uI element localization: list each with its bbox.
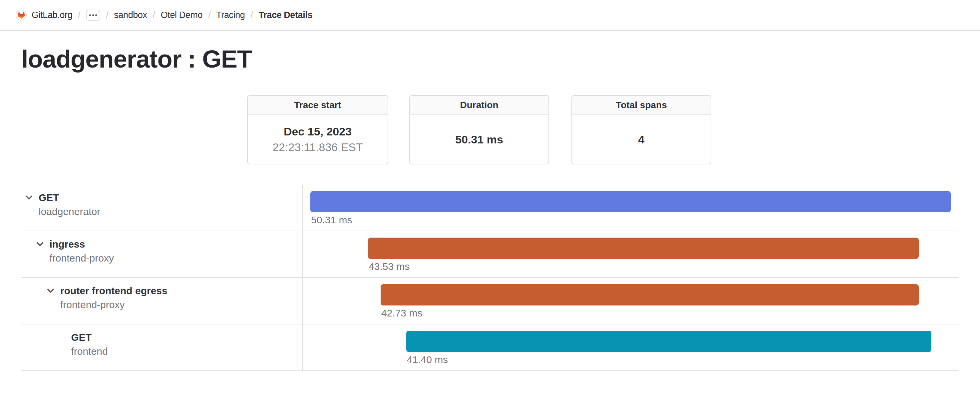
breadcrumb-separator: /	[147, 10, 161, 21]
span-duration-label: 42.73 ms	[381, 308, 422, 318]
span-service: frontend	[71, 344, 302, 359]
span-label-line: ingress	[35, 237, 302, 251]
span-row: router frontend egress frontend-proxy 42…	[21, 278, 959, 324]
span-lane: 50.31 ms	[302, 185, 959, 231]
trace-start-date: Dec 15, 2023	[284, 124, 352, 140]
duration-card-body: 50.31 ms	[410, 115, 549, 164]
breadcrumb-separator: /	[245, 10, 258, 21]
span-service: frontend-proxy	[49, 251, 302, 265]
ellipsis-dot	[92, 14, 94, 16]
span-duration-bar[interactable]	[406, 331, 931, 352]
trace-summary-cards: Trace start Dec 15, 2023 22:23:11.836 ES…	[21, 95, 959, 164]
span-duration-bar[interactable]	[380, 284, 919, 306]
trace-start-card-header: Trace start	[248, 96, 388, 115]
breadcrumb-item-otel-demo[interactable]: Otel Demo	[161, 10, 202, 21]
breadcrumb-separator: /	[100, 10, 114, 21]
duration-card: Duration 50.31 ms	[409, 95, 549, 164]
span-service: loadgenerator	[39, 205, 302, 219]
chevron-down-glyph	[45, 286, 56, 296]
span-name: ingress	[49, 239, 85, 250]
chevron-down-icon[interactable]	[35, 239, 45, 249]
span-label[interactable]: GET frontend	[21, 324, 302, 370]
total-spans-card-body: 4	[572, 115, 711, 164]
span-label-line: router frontend egress	[45, 284, 302, 298]
trace-start-time: 22:23:11.836 EST	[272, 140, 363, 155]
span-duration-label: 50.31 ms	[311, 215, 352, 225]
trace-waterfall-chart: GET loadgenerator 50.31 ms ingress front…	[21, 185, 959, 371]
duration-value: 50.31 ms	[455, 132, 503, 148]
total-spans-value: 4	[638, 132, 645, 148]
span-name: router frontend egress	[60, 285, 167, 297]
breadcrumb-item-gitlab-org[interactable]: GitLab.org	[32, 10, 72, 21]
trace-start-card: Trace start Dec 15, 2023 22:23:11.836 ES…	[247, 95, 388, 164]
ellipsis-dot	[95, 14, 97, 16]
breadcrumb-separator: /	[72, 10, 86, 21]
breadcrumb: GitLab.org / / sandbox / Otel Demo / Tra…	[32, 10, 312, 21]
span-duration-bar[interactable]	[368, 238, 919, 259]
span-duration-bar[interactable]	[310, 191, 951, 212]
gitlab-tanuki-icon	[18, 12, 25, 19]
top-navbar: GitLab.org / / sandbox / Otel Demo / Tra…	[0, 0, 980, 31]
span-name: GET	[39, 192, 59, 203]
main-content: loadgenerator : GET Trace start Dec 15, …	[0, 44, 980, 371]
chevron-down-glyph	[35, 239, 45, 249]
span-row: GET frontend 41.40 ms	[21, 324, 959, 371]
chevron-down-icon[interactable]	[24, 192, 34, 203]
ellipsis-dot	[89, 14, 91, 16]
trace-start-card-body: Dec 15, 2023 22:23:11.836 EST	[248, 115, 388, 164]
span-lane: 42.73 ms	[302, 278, 959, 324]
span-label[interactable]: ingress frontend-proxy	[21, 231, 302, 277]
span-label[interactable]: router frontend egress frontend-proxy	[21, 278, 302, 324]
gitlab-logo-avatar[interactable]	[16, 10, 27, 21]
span-service: frontend-proxy	[60, 298, 302, 312]
span-row: GET loadgenerator 50.31 ms	[21, 185, 959, 231]
breadcrumb-ellipsis-button[interactable]	[86, 10, 100, 21]
page-title: loadgenerator : GET	[21, 44, 959, 75]
span-lane: 43.53 ms	[302, 231, 959, 277]
chevron-down-icon[interactable]	[45, 286, 56, 296]
span-duration-label: 41.40 ms	[407, 355, 448, 365]
span-lane: 41.40 ms	[302, 324, 959, 370]
duration-card-header: Duration	[410, 96, 549, 115]
total-spans-card: Total spans 4	[571, 95, 711, 164]
breadcrumb-separator: /	[202, 10, 216, 21]
breadcrumb-item-tracing[interactable]: Tracing	[216, 10, 245, 21]
span-label[interactable]: GET loadgenerator	[21, 185, 302, 231]
breadcrumb-item-trace-details[interactable]: Trace Details	[259, 10, 312, 21]
breadcrumb-item-sandbox[interactable]: sandbox	[114, 10, 147, 21]
total-spans-card-header: Total spans	[572, 96, 711, 115]
span-label-line: GET	[56, 330, 302, 344]
span-label-line: GET	[24, 191, 302, 205]
chevron-down-glyph	[24, 192, 34, 203]
span-row: ingress frontend-proxy 43.53 ms	[21, 231, 959, 278]
span-duration-label: 43.53 ms	[369, 262, 410, 271]
span-name: GET	[71, 332, 92, 343]
